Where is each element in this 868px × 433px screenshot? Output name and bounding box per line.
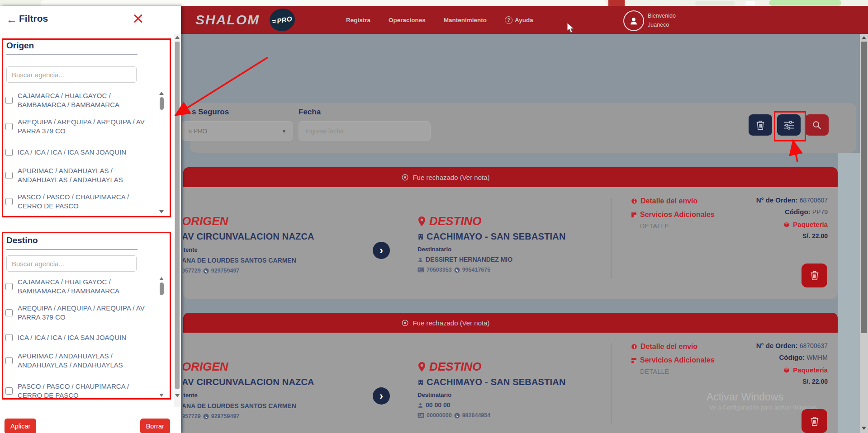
checkbox[interactable] — [5, 172, 13, 179]
destination-title-row: DESTINO — [417, 360, 482, 374]
nav-item-mantenimiento[interactable]: Mantenimiento — [444, 17, 487, 24]
drawer-scrollbar-down-arrow[interactable] — [175, 394, 180, 397]
list-scrollbar-down-arrow[interactable] — [159, 210, 164, 213]
shipment-detail-link[interactable]: Detalle del envío — [631, 197, 697, 205]
speed-lines-icon — [272, 19, 276, 24]
scrollbar-down-arrow[interactable] — [862, 427, 866, 430]
nav-item-registra[interactable]: Registra — [346, 17, 370, 24]
card-status[interactable]: Fue rechazado (Ver nota) — [373, 174, 518, 181]
trash-icon — [755, 120, 765, 131]
amount: S/. 22.00 — [802, 232, 828, 240]
brand-pro-label: PRO — [276, 14, 293, 25]
delete-shipment-button[interactable] — [802, 264, 827, 287]
checkbox[interactable] — [5, 198, 13, 205]
destino-option[interactable]: PASCO / PASCO / CHAUPIMARCA / CERRO DE P… — [5, 382, 155, 400]
checkbox[interactable] — [5, 387, 13, 395]
insurance-select[interactable]: s PRO ▼ — [182, 121, 293, 141]
destino-option[interactable]: ICA / ICA / ICA / ICA SAN JOAQUIN — [5, 333, 155, 342]
search-button[interactable] — [805, 114, 829, 136]
list-scrollbar-thumb[interactable] — [160, 97, 164, 110]
list-scrollbar-up-arrow[interactable] — [159, 277, 164, 280]
checkbox[interactable] — [5, 309, 13, 316]
app-screen: SHALOM PRO Registra Operaciones Mantenim… — [0, 0, 868, 433]
grid-icon — [631, 212, 637, 218]
shipment-card: Fue rechazado (Ver nota) ORIGEN AV CIRCU… — [183, 167, 838, 299]
insurance-label: s Seguros — [192, 108, 229, 117]
drawer-footer-divider — [0, 407, 181, 407]
destino-option[interactable]: CAJAMARCA / HUALGAYOC / BAMBAMARCA / BAM… — [5, 278, 155, 295]
scrollbar-up-arrow[interactable] — [862, 36, 866, 39]
origen-option[interactable]: APURIMAC / ANDAHUAYLAS / ANDAHUAYLAS / A… — [5, 166, 155, 184]
mouse-cursor — [565, 23, 575, 33]
checkbox[interactable] — [5, 357, 13, 364]
apply-filters-button[interactable]: Aplicar — [5, 419, 36, 433]
destination-agency: CACHIMAYO - SAN SEBASTIAN — [427, 377, 566, 387]
origin-name: ANA DE LOURDES SANTOS CARMEN — [183, 402, 296, 409]
close-icon[interactable] — [133, 13, 143, 23]
clear-filters-button[interactable]: Borrar — [140, 419, 170, 433]
brand-logo[interactable]: SHALOM — [195, 12, 260, 28]
origen-search-input[interactable] — [6, 66, 137, 83]
user-avatar[interactable] — [623, 10, 644, 31]
phone-icon — [203, 268, 209, 274]
drawer-scrollbar-up-arrow[interactable] — [175, 36, 180, 39]
chevron-down-icon: ▼ — [282, 129, 286, 134]
additional-services-link[interactable]: Servicios Adicionales — [631, 356, 715, 364]
destino-option[interactable]: AREQUIPA / AREQUIPA / AREQUIPA / AV PARR… — [5, 304, 155, 321]
windows-activation-watermark: Activar Windows — [707, 391, 783, 403]
person-icon — [417, 257, 423, 263]
nav-item-ayuda[interactable]: ? Ayuda — [505, 16, 533, 24]
id-card-icon — [417, 267, 424, 273]
origin-name: ANA DE LOURDES SANTOS CARMEN — [183, 257, 296, 264]
destination-contact: 70503353 995417675 — [417, 267, 490, 273]
destino-option[interactable]: APURIMAC / ANDAHUAYLAS / ANDAHUAYLAS / A… — [5, 352, 155, 369]
origen-option[interactable]: ICA / ICA / ICA / ICA SAN JOAQUIN — [5, 148, 155, 157]
help-icon: ? — [505, 16, 512, 24]
list-scrollbar-thumb[interactable] — [160, 282, 164, 295]
origin-contact: 957729 929759497 — [183, 268, 239, 274]
destination-name-row: 00 00 00 — [417, 401, 451, 409]
list-scrollbar-up-arrow[interactable] — [159, 92, 164, 95]
column-divider — [611, 344, 612, 424]
back-arrow-icon[interactable]: ← — [6, 14, 17, 25]
delete-shipment-button[interactable] — [802, 409, 827, 433]
origen-option[interactable]: CAJAMARCA / HUALGAYOC / BAMBAMARCA / BAM… — [5, 91, 155, 109]
card-status-bar: Fue rechazado (Ver nota) — [183, 167, 838, 187]
card-status[interactable]: Fue rechazado (Ver nota) — [373, 319, 518, 327]
package-type-row: Paquetería — [783, 221, 828, 228]
checkbox[interactable] — [5, 149, 13, 156]
date-input[interactable]: Ingrese fecha — [299, 121, 431, 141]
origin-title: ORIGEN — [183, 360, 228, 374]
checkbox[interactable] — [5, 123, 13, 130]
clear-filters-button[interactable] — [749, 114, 772, 136]
drawer-scrollbar-thumb[interactable] — [175, 42, 180, 389]
order-number-row: N° de Orden: 68700637 — [756, 342, 828, 349]
page-scrollbar-thumb[interactable] — [861, 42, 867, 333]
origin-title: ORIGEN — [183, 214, 228, 228]
checkbox[interactable] — [5, 334, 13, 341]
destino-search-input[interactable] — [6, 255, 137, 272]
destination-agency-row: CACHIMAYO - SAN SEBASTIAN — [417, 377, 566, 387]
origen-option[interactable]: AREQUIPA / AREQUIPA / AREQUIPA / AV PARR… — [5, 118, 155, 135]
date-label: Fecha — [299, 108, 321, 117]
checkbox[interactable] — [5, 97, 13, 104]
page-right-band — [838, 153, 860, 433]
origen-underline — [6, 54, 138, 55]
shipment-detail-link[interactable]: Detalle del envío — [631, 343, 697, 351]
additional-services-link[interactable]: Servicios Adicionales — [631, 211, 715, 219]
nav-item-operaciones[interactable]: Operaciones — [389, 17, 426, 24]
origin-agency: AV CIRCUNVALACION NAZCA — [183, 377, 314, 387]
checkbox[interactable] — [5, 283, 13, 290]
chevron-right-icon[interactable]: › — [373, 387, 390, 405]
destination-title: DESTINO — [429, 214, 482, 228]
chevron-right-icon[interactable]: › — [373, 242, 390, 259]
package-icon — [783, 221, 790, 228]
trash-icon — [810, 270, 820, 281]
date-placeholder: Ingrese fecha — [305, 127, 344, 135]
open-filters-button[interactable] — [777, 114, 801, 136]
browser-chrome-circle — [745, 1, 755, 6]
destination-contact: 00000000 982644954 — [417, 412, 490, 419]
list-scrollbar-down-arrow[interactable] — [159, 394, 164, 397]
welcome-text: Bienvenido Juaneco — [648, 11, 676, 29]
origen-option[interactable]: PASCO / PASCO / CHAUPIMARCA / CERRO DE P… — [5, 193, 155, 210]
